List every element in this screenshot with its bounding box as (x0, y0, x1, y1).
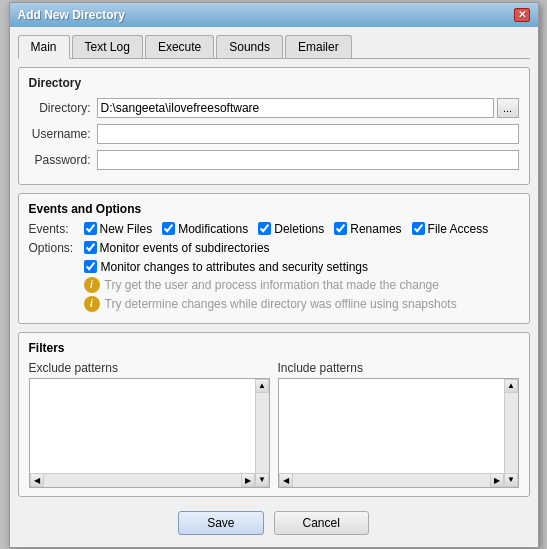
directory-input[interactable] (97, 98, 494, 118)
include-scroll-left[interactable]: ◀ (279, 473, 293, 487)
checkbox-subdirectories[interactable]: Monitor events of subdirectories (84, 241, 270, 255)
events-section-title: Events and Options (29, 202, 519, 216)
checkbox-modifications-label: Modifications (178, 222, 248, 236)
exclude-patterns-textarea[interactable] (30, 379, 255, 473)
include-scrollbar-h: ◀ ▶ (279, 473, 504, 487)
exclude-scrollbar-v[interactable]: ▲ ▼ (255, 379, 269, 487)
checkbox-subdirectories-input[interactable] (84, 241, 97, 254)
directory-section: Directory Directory: ... Username: Passw… (18, 67, 530, 185)
checkbox-deletions-input[interactable] (258, 222, 271, 235)
checkbox-deletions-label: Deletions (274, 222, 324, 236)
directory-row: Directory: ... (29, 98, 519, 118)
window-body: Main Text Log Execute Sounds Emailer Dir… (10, 27, 538, 547)
checkbox-attributes-label: Monitor changes to attributes and securi… (101, 260, 368, 274)
include-patterns-textarea[interactable] (279, 379, 504, 473)
save-button[interactable]: Save (178, 511, 263, 535)
password-input[interactable] (97, 150, 519, 170)
tab-sounds[interactable]: Sounds (216, 35, 283, 58)
directory-section-title: Directory (29, 76, 519, 90)
browse-button[interactable]: ... (497, 98, 519, 118)
window-title: Add New Directory (18, 8, 125, 22)
checkbox-modifications[interactable]: Modifications (162, 222, 248, 236)
filters-row: Exclude patterns ▲ ▼ ◀ ▶ (29, 361, 519, 488)
title-bar: Add New Directory ✕ (10, 3, 538, 27)
disabled-option-2-row: i Try determine changes while directory … (84, 296, 519, 312)
exclude-scroll-up[interactable]: ▲ (255, 379, 269, 393)
disabled-icon-2: i (84, 296, 100, 312)
checkbox-deletions[interactable]: Deletions (258, 222, 324, 236)
include-scroll-down[interactable]: ▼ (504, 473, 518, 487)
tab-emailer[interactable]: Emailer (285, 35, 352, 58)
disabled-option-2-label: Try determine changes while directory wa… (105, 297, 457, 311)
bottom-buttons: Save Cancel (18, 505, 530, 539)
options-attributes-row: Monitor changes to attributes and securi… (84, 260, 519, 274)
events-row: Events: New Files Modifications Deletion… (29, 222, 519, 236)
password-row: Password: (29, 150, 519, 170)
tab-main[interactable]: Main (18, 35, 70, 59)
include-patterns-wrapper: ▲ ▼ ◀ ▶ (278, 378, 519, 488)
username-label: Username: (29, 127, 97, 141)
filters-section: Filters Exclude patterns ▲ ▼ ◀ (18, 332, 530, 497)
options-label: Options: (29, 241, 84, 255)
include-patterns-label: Include patterns (278, 361, 519, 375)
checkbox-modifications-input[interactable] (162, 222, 175, 235)
checkbox-file-access-label: File Access (428, 222, 489, 236)
username-row: Username: (29, 124, 519, 144)
checkbox-renames-label: Renames (350, 222, 401, 236)
disabled-icon-1: i (84, 277, 100, 293)
exclude-patterns-column: Exclude patterns ▲ ▼ ◀ ▶ (29, 361, 270, 488)
exclude-scroll-right[interactable]: ▶ (241, 473, 255, 487)
include-scroll-up[interactable]: ▲ (504, 379, 518, 393)
checkbox-file-access-input[interactable] (412, 222, 425, 235)
exclude-scroll-left[interactable]: ◀ (30, 473, 44, 487)
main-window: Add New Directory ✕ Main Text Log Execut… (9, 2, 539, 548)
checkbox-subdirectories-label: Monitor events of subdirectories (100, 241, 270, 255)
checkbox-renames-input[interactable] (334, 222, 347, 235)
exclude-scrollbar-h: ◀ ▶ (30, 473, 255, 487)
checkbox-renames[interactable]: Renames (334, 222, 401, 236)
events-label: Events: (29, 222, 84, 236)
directory-label: Directory: (29, 101, 97, 115)
close-button[interactable]: ✕ (514, 8, 530, 22)
cancel-button[interactable]: Cancel (274, 511, 369, 535)
exclude-scroll-down[interactable]: ▼ (255, 473, 269, 487)
options-row: Options: Monitor events of subdirectorie… (29, 241, 519, 255)
include-scrollbar-v[interactable]: ▲ ▼ (504, 379, 518, 487)
disabled-option-1-row: i Try get the user and process informati… (84, 277, 519, 293)
checkbox-new-files[interactable]: New Files (84, 222, 153, 236)
tab-bar: Main Text Log Execute Sounds Emailer (18, 35, 530, 59)
checkbox-attributes-input[interactable] (84, 260, 97, 273)
checkbox-new-files-label: New Files (100, 222, 153, 236)
password-label: Password: (29, 153, 97, 167)
events-section: Events and Options Events: New Files Mod… (18, 193, 530, 324)
filters-section-title: Filters (29, 341, 519, 355)
exclude-patterns-label: Exclude patterns (29, 361, 270, 375)
checkbox-file-access[interactable]: File Access (412, 222, 489, 236)
checkbox-new-files-input[interactable] (84, 222, 97, 235)
username-input[interactable] (97, 124, 519, 144)
exclude-patterns-wrapper: ▲ ▼ ◀ ▶ (29, 378, 270, 488)
tab-execute[interactable]: Execute (145, 35, 214, 58)
tab-textlog[interactable]: Text Log (72, 35, 143, 58)
include-scroll-right[interactable]: ▶ (490, 473, 504, 487)
include-patterns-column: Include patterns ▲ ▼ ◀ ▶ (278, 361, 519, 488)
disabled-option-1-label: Try get the user and process information… (105, 278, 439, 292)
